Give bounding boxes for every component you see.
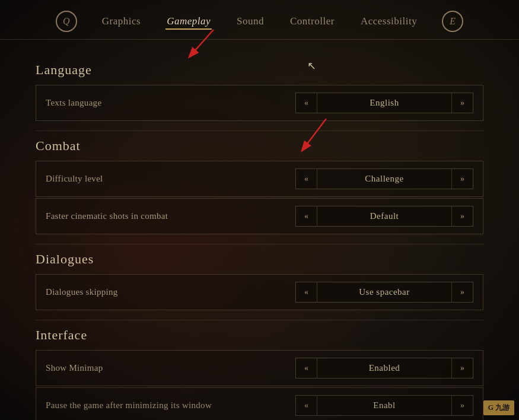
dialogues-skipping-value: Use spacebar xyxy=(317,282,452,302)
setting-row-texts-language: Texts language « English » xyxy=(36,85,483,121)
nav-icon-right[interactable]: E xyxy=(442,11,463,32)
difficulty-next-btn[interactable]: » xyxy=(452,170,473,189)
divider-3 xyxy=(36,320,483,320)
divider-2 xyxy=(36,244,483,244)
settings-page: Q Graphics Gameplay Sound Controller Acc… xyxy=(0,0,519,420)
cinematic-selector[interactable]: « Default » xyxy=(295,206,473,227)
pause-minimize-selector[interactable]: « Enabl » xyxy=(295,395,473,416)
section-language: Language Texts language « English » xyxy=(36,62,483,121)
cinematic-prev-btn[interactable]: « xyxy=(296,207,317,226)
dialogues-skipping-next-btn[interactable]: » xyxy=(452,283,473,302)
section-header-combat: Combat xyxy=(36,138,483,154)
pause-minimize-value: Enabl xyxy=(317,396,452,415)
cinematic-label: Faster cinematic shots in combat xyxy=(46,211,168,221)
minimap-label: Show Minimap xyxy=(46,363,103,373)
pause-minimize-label: Pause the game after minimizing its wind… xyxy=(46,400,212,411)
minimap-selector[interactable]: « Enabled » xyxy=(295,358,473,378)
section-interface: Interface Show Minimap « Enabled » Pause… xyxy=(36,327,483,420)
minimap-prev-btn[interactable]: « xyxy=(296,359,317,378)
dialogues-skipping-selector[interactable]: « Use spacebar » xyxy=(295,282,473,303)
setting-row-pause-minimize: Pause the game after minimizing its wind… xyxy=(36,387,483,420)
nav-item-graphics[interactable]: Graphics xyxy=(101,13,142,30)
nav-item-controller[interactable]: Controller xyxy=(289,13,336,30)
texts-language-value: English xyxy=(317,93,452,113)
section-header-interface: Interface xyxy=(36,327,483,343)
watermark: G 九游 xyxy=(483,400,514,415)
section-header-dialogues: Dialogues xyxy=(36,252,483,267)
dialogues-skipping-label: Dialogues skipping xyxy=(46,287,118,297)
minimap-next-btn[interactable]: » xyxy=(452,359,473,378)
difficulty-label: Difficulty level xyxy=(46,174,103,184)
minimap-value: Enabled xyxy=(317,358,452,378)
difficulty-prev-btn[interactable]: « xyxy=(296,170,317,189)
dialogues-skipping-prev-btn[interactable]: « xyxy=(296,283,317,302)
setting-row-dialogues-skipping: Dialogues skipping « Use spacebar » xyxy=(36,274,483,310)
setting-row-minimap: Show Minimap « Enabled » xyxy=(36,350,483,386)
texts-language-selector[interactable]: « English » xyxy=(295,93,473,113)
nav-icon-left[interactable]: Q xyxy=(56,11,77,32)
settings-content: Language Texts language « English » Comb… xyxy=(0,40,519,420)
nav-item-gameplay[interactable]: Gameplay xyxy=(165,13,212,30)
nav-item-accessibility[interactable]: Accessibility xyxy=(359,13,418,30)
pause-minimize-next-btn[interactable]: » xyxy=(452,396,473,415)
section-header-language: Language xyxy=(36,62,483,78)
pause-minimize-prev-btn[interactable]: « xyxy=(296,396,317,415)
setting-row-difficulty: Difficulty level « Challenge » xyxy=(36,161,483,197)
texts-language-next-btn[interactable]: » xyxy=(452,94,473,113)
texts-language-prev-btn[interactable]: « xyxy=(296,94,317,113)
divider-1 xyxy=(36,131,483,131)
difficulty-value: Challenge xyxy=(317,169,452,189)
difficulty-selector[interactable]: « Challenge » xyxy=(295,168,473,189)
setting-row-cinematic: Faster cinematic shots in combat « Defau… xyxy=(36,198,483,234)
nav-item-sound[interactable]: Sound xyxy=(235,13,265,30)
cinematic-next-btn[interactable]: » xyxy=(452,207,473,226)
texts-language-label: Texts language xyxy=(46,98,101,108)
section-combat: Combat Difficulty level « Challenge » Fa… xyxy=(36,138,483,234)
section-dialogues: Dialogues Dialogues skipping « Use space… xyxy=(36,252,483,310)
cinematic-value: Default xyxy=(317,206,452,226)
nav-bar: Q Graphics Gameplay Sound Controller Acc… xyxy=(0,0,519,40)
